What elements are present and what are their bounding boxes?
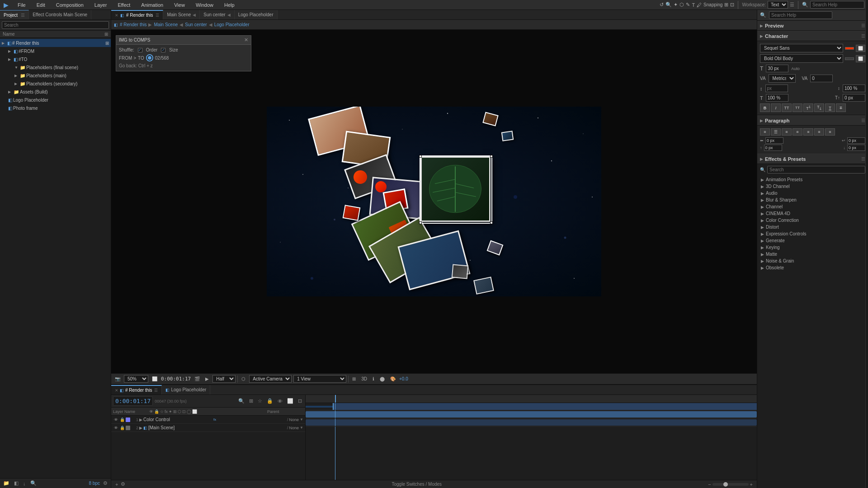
- tl-framerate-btn[interactable]: ⊡: [297, 398, 303, 404]
- font-size-input[interactable]: [766, 65, 788, 72]
- space-before-input[interactable]: [764, 145, 782, 151]
- color-settings-btn[interactable]: ⚙: [102, 480, 109, 487]
- viewer-view-select[interactable]: 1 View 2 Views - Horizontal 4 Views: [293, 375, 346, 383]
- viewer-quality-select[interactable]: Half Full Third: [212, 375, 236, 383]
- toolbar-icon-6[interactable]: T: [692, 2, 695, 8]
- align-justify-all[interactable]: ≡: [825, 128, 835, 136]
- align-justify-right[interactable]: ≡: [814, 128, 824, 136]
- comp-tab-render-this[interactable]: ✕ ◧ # Render this ☰: [111, 10, 163, 19]
- tl-expand-2[interactable]: ▶: [139, 426, 142, 430]
- effects-cat-keying[interactable]: ▶ Keying: [757, 244, 868, 251]
- workspace-icon[interactable]: ☰: [790, 2, 794, 8]
- tree-item-assets[interactable]: ▶ 📁 Assets (Build): [0, 88, 111, 96]
- font-name-select[interactable]: Sequel Sans: [760, 44, 843, 52]
- import-btn[interactable]: ↓: [22, 480, 27, 487]
- effects-cat-3d-channel[interactable]: ▶ 3D Channel: [757, 183, 868, 190]
- viewer-zoom-select[interactable]: 50% 100% 25%: [124, 375, 148, 383]
- effects-cat-noise-grain[interactable]: ▶ Noise & Grain: [757, 258, 868, 264]
- viewer-fit-btn[interactable]: ⬜: [150, 375, 159, 382]
- tl-search-btn[interactable]: 🔍: [237, 398, 246, 404]
- char-menu[interactable]: ☰: [861, 33, 865, 38]
- menu-layer[interactable]: Layer: [93, 1, 109, 9]
- tree-item-placeholders-final[interactable]: ▼ 📁 Placeholders (final scene): [0, 63, 111, 71]
- viewer-alpha-btn[interactable]: ⬡: [240, 375, 247, 382]
- comp-tab-logo-placeholder[interactable]: Logo Placeholder: [235, 10, 278, 19]
- search-help-input[interactable]: [769, 11, 832, 19]
- project-tab-menu[interactable]: ☰: [21, 13, 25, 18]
- tl-new-btn[interactable]: +: [114, 481, 119, 488]
- order-checkbox[interactable]: ✓: [138, 48, 142, 52]
- comp-tab-main-scene[interactable]: Main Scene ◀: [163, 10, 200, 19]
- new-composition-btn[interactable]: ◧: [13, 480, 20, 487]
- breadcrumb-main-scene[interactable]: Main Scene: [154, 22, 178, 27]
- effects-cat-audio[interactable]: ▶ Audio: [757, 190, 868, 197]
- breadcrumb-render-this[interactable]: # Render this: [120, 22, 146, 27]
- align-left[interactable]: ≡: [760, 128, 770, 136]
- toolbar-icon-2[interactable]: 🔍: [665, 2, 672, 8]
- new-folder-btn[interactable]: 📁: [2, 480, 11, 487]
- effects-cat-color-correction[interactable]: ▶ Color Correction: [757, 217, 868, 224]
- style-small-caps[interactable]: TT: [793, 103, 802, 112]
- tree-item-placeholders-main[interactable]: ▶ 📁 Placeholders (main): [0, 71, 111, 80]
- style-caps[interactable]: TT: [782, 103, 792, 112]
- menu-animation[interactable]: Animation: [139, 1, 165, 9]
- menu-file[interactable]: File: [16, 1, 28, 9]
- tl-settings-btn[interactable]: ⚙: [119, 481, 127, 488]
- workspace-select[interactable]: Text: [768, 1, 788, 9]
- effects-cat-channel[interactable]: ▶ Channel: [757, 203, 868, 210]
- align-justify-left[interactable]: ≡: [793, 128, 802, 136]
- tl-zoom-out-btn[interactable]: −: [707, 481, 712, 488]
- font-reset-btn[interactable]: ⬜: [856, 45, 865, 52]
- tl-solo-btn[interactable]: ☆: [256, 398, 264, 404]
- tl-lock-2[interactable]: 🔒: [119, 425, 125, 431]
- viewer-info-btn[interactable]: ℹ: [371, 375, 376, 382]
- tl-tab-render-this[interactable]: ✕ ◧ # Render this ☰: [111, 385, 162, 394]
- style-under[interactable]: T: [825, 103, 835, 112]
- breadcrumb-logo-placeholder[interactable]: Logo Placeholder: [214, 22, 250, 27]
- style-sub[interactable]: T1: [814, 103, 824, 112]
- font-stroke-btn[interactable]: [845, 57, 854, 60]
- menu-edit[interactable]: Edit: [35, 1, 47, 9]
- tab-project[interactable]: Project ☰: [0, 10, 29, 19]
- menu-effect[interactable]: Effect: [116, 1, 132, 9]
- baseline-input[interactable]: [843, 84, 865, 92]
- character-header[interactable]: ▶ Character ☰: [757, 31, 868, 41]
- effects-cat-animation-presets[interactable]: ▶ Animation Presets: [757, 176, 868, 183]
- tl-lock-1[interactable]: 🔒: [119, 417, 125, 422]
- line-height-input[interactable]: [765, 84, 788, 92]
- effects-cat-blur[interactable]: ▶ Blur & Sharpen: [757, 197, 868, 203]
- tl-time-display[interactable]: 0:00:01:17: [113, 396, 153, 406]
- tl-vis-2[interactable]: 👁: [113, 425, 118, 431]
- effects-cat-obsolete[interactable]: ▶ Obsolete: [757, 264, 868, 271]
- toolbar-icon-1[interactable]: ↺: [660, 2, 664, 8]
- tl-close-btn[interactable]: ✕: [115, 388, 118, 393]
- viewer-play-btn[interactable]: ▶: [203, 375, 211, 382]
- tl-fx-1[interactable]: fx: [212, 417, 217, 422]
- effects-cat-matte[interactable]: ▶ Matte: [757, 251, 868, 258]
- tree-item-photo-frame[interactable]: ◧ Photo frame: [0, 104, 111, 112]
- preview-menu[interactable]: ☰: [861, 23, 865, 28]
- tree-item-placeholders-secondary[interactable]: ▶ 📁 Placeholders (secondary): [0, 80, 111, 88]
- breadcrumb-sun-center[interactable]: Sun center: [185, 22, 207, 27]
- kerning-select[interactable]: Metrics: [769, 74, 796, 83]
- menu-composition[interactable]: Composition: [54, 1, 85, 9]
- align-justify-center[interactable]: ≡: [803, 128, 813, 136]
- col-expand[interactable]: ⊞: [104, 32, 108, 37]
- viewer-3d-btn[interactable]: 3D: [359, 375, 369, 382]
- style-strike[interactable]: T: [836, 103, 846, 112]
- tree-item-render-this[interactable]: ▶ ◧ # Render this ⊞: [0, 39, 111, 47]
- indent-first-input[interactable]: [847, 137, 865, 144]
- align-right[interactable]: ≡: [782, 128, 792, 136]
- preview-header[interactable]: ▶ Preview ☰: [757, 21, 868, 31]
- tab-effect-controls[interactable]: Effect Controls Main Scene: [29, 10, 91, 19]
- font-stroke-reset-btn[interactable]: ⬜: [856, 55, 865, 62]
- menu-view[interactable]: View: [172, 1, 187, 9]
- menu-window[interactable]: Window: [194, 1, 215, 9]
- tl-comps-btn[interactable]: ⊞: [248, 398, 255, 404]
- comp-tab-menu-1[interactable]: ☰: [156, 13, 159, 18]
- font-style-select[interactable]: Bold Obl Body: [760, 54, 843, 63]
- viewer-grid-btn[interactable]: ⊞: [350, 375, 358, 382]
- toolbar-icon-7[interactable]: 🖊: [697, 2, 702, 8]
- horiz-scale-input[interactable]: [766, 94, 788, 102]
- tracking-input[interactable]: [810, 75, 833, 82]
